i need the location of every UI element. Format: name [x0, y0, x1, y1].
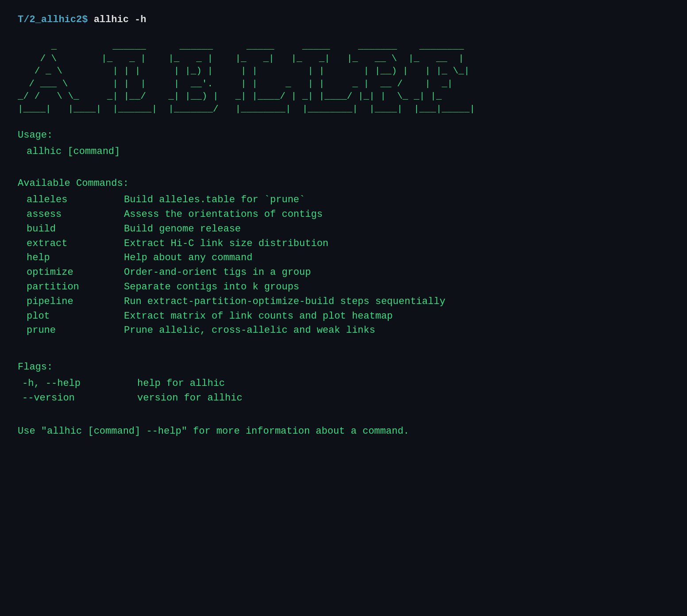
- command-name: alleles: [27, 193, 124, 207]
- prompt-line: T/2_allhic2$ allhic -h: [18, 13, 669, 27]
- command-name: plot: [27, 310, 124, 323]
- command-desc: Run extract-partition-optimize-build ste…: [124, 295, 445, 309]
- list-item: assess Assess the orientations of contig…: [18, 208, 669, 222]
- usage-header: Usage:: [18, 129, 669, 142]
- flags-header: Flags:: [18, 361, 669, 374]
- list-item: alleles Build alleles.table for `prune`: [18, 193, 669, 207]
- command-desc: Prune allelic, cross-allelic and weak li…: [124, 324, 375, 338]
- command-desc: Separate contigs into k groups: [124, 281, 299, 294]
- list-item: -h, --help help for allhic: [18, 377, 669, 391]
- available-commands-header: Available Commands:: [18, 177, 669, 191]
- list-item: plot Extract matrix of link counts and p…: [18, 310, 669, 323]
- flags-section: Flags: -h, --help help for allhic --vers…: [18, 361, 669, 405]
- usage-command: allhic [command]: [18, 145, 669, 159]
- flag-name: --version: [22, 392, 137, 405]
- list-item: extract Extract Hi-C link size distribut…: [18, 237, 669, 251]
- flag-desc: help for allhic: [137, 377, 225, 391]
- list-item: prune Prune allelic, cross-allelic and w…: [18, 324, 669, 338]
- command-name: pipeline: [27, 295, 124, 309]
- command-desc: Assess the orientations of contigs: [124, 208, 323, 222]
- command-desc: Extract Hi-C link size distribution: [124, 237, 328, 251]
- list-item: pipeline Run extract-partition-optimize-…: [18, 295, 669, 309]
- prompt-command: allhic -h: [94, 14, 147, 25]
- command-name: extract: [27, 237, 124, 251]
- list-item: optimize Order-and-orient tigs in a grou…: [18, 266, 669, 280]
- terminal-window: T/2_allhic2$ allhic -h _ ______ ______ _…: [18, 13, 669, 438]
- command-desc: Extract matrix of link counts and plot h…: [124, 310, 393, 323]
- command-desc: Build alleles.table for `prune`: [124, 193, 305, 207]
- command-name: help: [27, 251, 124, 265]
- command-desc: Order-and-orient tigs in a group: [124, 266, 311, 280]
- available-commands-section: Available Commands: alleles Build allele…: [18, 177, 669, 338]
- flag-name: -h, --help: [22, 377, 137, 391]
- list-item: help Help about any command: [18, 251, 669, 265]
- command-name: prune: [27, 324, 124, 338]
- flag-desc: version for allhic: [137, 392, 243, 405]
- prompt-path: T/2_allhic2: [18, 14, 82, 25]
- command-name: optimize: [27, 266, 124, 280]
- command-name: partition: [27, 281, 124, 294]
- prompt-dollar: $: [82, 14, 93, 25]
- command-desc: Build genome release: [124, 223, 241, 236]
- list-item: partition Separate contigs into k groups: [18, 281, 669, 294]
- command-name: build: [27, 223, 124, 236]
- list-item: --version version for allhic: [18, 392, 669, 405]
- footer-line: Use "allhic [command] --help" for more i…: [18, 425, 669, 439]
- list-item: build Build genome release: [18, 223, 669, 236]
- ascii-art-logo: _ ______ ______ _____ _____ _______ ____…: [18, 40, 669, 116]
- command-name: assess: [27, 208, 124, 222]
- usage-section: Usage: allhic [command]: [18, 129, 669, 159]
- command-table: alleles Build alleles.table for `prune` …: [18, 193, 669, 338]
- command-desc: Help about any command: [124, 251, 252, 265]
